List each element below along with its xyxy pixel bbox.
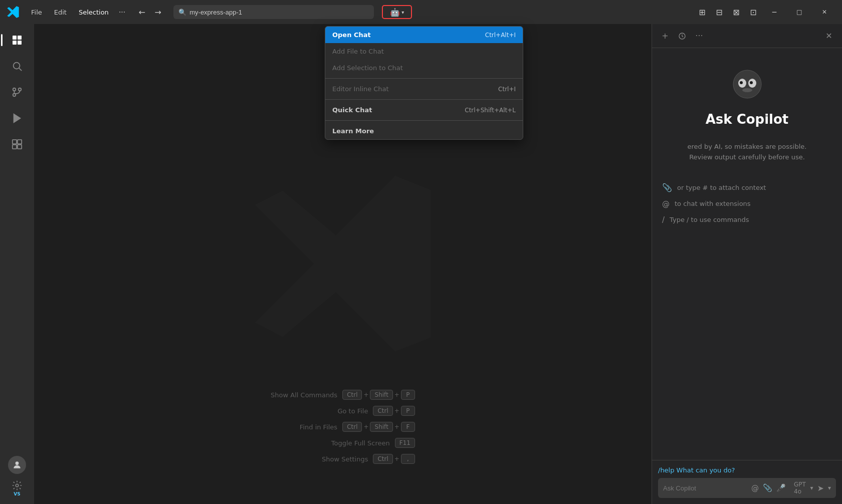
attach-input-icon[interactable]: 📎 [763,483,772,492]
sidebar-item-source-control[interactable] [5,80,29,104]
shortcut-show-settings: Show Settings Ctrl + , [322,454,415,464]
maximize-button[interactable]: □ [788,5,811,20]
copilot-dropdown-menu: Open Chat Ctrl+Alt+I Add File to Chat Ad… [325,26,523,140]
hint-at: @ to chat with extensions [662,199,832,208]
activity-bar: VS [0,24,34,504]
dropdown-open-chat[interactable]: Open Chat Ctrl+Alt+I [325,27,523,43]
copilot-more-button[interactable]: ··· [692,29,706,43]
minimize-button[interactable]: ─ [763,5,786,20]
settings-button[interactable]: VS [5,476,29,500]
key-shift: Shift [370,390,393,400]
search-input[interactable] [189,9,369,16]
shortcut-toggle-fullscreen: Toggle Full Screen F11 [331,438,415,448]
key-p: P [401,406,415,416]
dropdown-learn-more[interactable]: Learn More [325,123,523,139]
add-selection-label: Add Selection to Chat [332,64,403,72]
dropdown-editor-inline: Editor Inline Chat Ctrl+I [325,81,523,97]
key-f11: F11 [395,438,415,448]
menu-more[interactable]: ··· [116,6,128,18]
mic-input-icon[interactable]: 🎤 [776,483,786,492]
nav-back-button[interactable]: ← [134,5,149,20]
svg-rect-13 [18,145,22,149]
at-icon: @ [662,199,670,208]
svg-marker-9 [14,114,21,123]
svg-point-22 [742,88,752,92]
search-bar[interactable]: 🔍 [173,5,374,19]
titlebar: File Edit Selection ··· ← → 🔍 🤖 ▾ ⊞ ⊟ ⊠ … [0,0,842,24]
close-button[interactable]: ✕ [813,5,836,20]
menu-file[interactable]: File [26,7,47,18]
key-p: P [401,390,415,400]
copilot-button-wrapper: 🤖 ▾ [382,5,412,19]
at-input-icon[interactable]: @ [751,483,759,492]
svg-point-17 [733,70,761,98]
copilot-input[interactable] [663,484,747,492]
open-chat-shortcut: Ctrl+Alt+I [485,32,516,39]
account-button[interactable] [8,456,26,474]
toggle-secondary-sidebar[interactable]: ⊠ [729,5,744,20]
shortcut-keys: Ctrl + , [373,454,414,464]
key-ctrl: Ctrl [342,390,362,400]
nav-forward-button[interactable]: → [150,5,165,20]
svg-point-8 [19,88,22,91]
svg-rect-11 [18,140,22,144]
menu-edit[interactable]: Edit [49,7,72,18]
svg-rect-2 [13,41,17,45]
hint-at-text: to chat with extensions [675,200,751,207]
vs-badge: VS [14,491,20,496]
dropdown-add-selection: Add Selection to Chat [325,60,523,76]
shortcut-label: Go to File [337,407,368,415]
shortcut-go-to-file: Go to File Ctrl + P [337,406,415,416]
send-dropdown-button[interactable]: ▾ [828,484,831,491]
svg-point-20 [740,81,743,84]
sidebar-item-extensions[interactable] [5,132,29,156]
vscode-watermark [238,158,448,370]
quick-chat-shortcut: Ctrl+Shift+Alt+L [465,107,516,114]
search-icon: 🔍 [178,9,186,16]
copilot-title: Ask Copilot [706,112,789,127]
shortcuts-panel: Show All Commands Ctrl + Shift + P Go to… [271,390,415,464]
shortcut-show-all-commands: Show All Commands Ctrl + Shift + P [271,390,415,400]
editor-inline-shortcut: Ctrl+I [498,86,516,93]
copilot-footer: /help What can you do? @ 📎 🎤 GPT 4o ▾ ➤ … [652,460,842,504]
sidebar-item-search[interactable] [5,54,29,78]
svg-rect-10 [13,140,17,144]
svg-rect-12 [13,145,17,149]
copilot-add-button[interactable]: + [658,29,672,43]
copilot-body: Ask Copilot ered by AI, so mistakes are … [652,48,842,460]
hint-slash-text: Type / to use commands [670,216,749,223]
copilot-history-button[interactable] [675,29,689,43]
add-file-label: Add File to Chat [332,48,384,55]
gpt-model-selector[interactable]: GPT 4o ▾ [794,481,813,495]
dropdown-quick-chat[interactable]: Quick Chat Ctrl+Shift+Alt+L [325,102,523,118]
key-ctrl: Ctrl [342,422,362,432]
nav-buttons: ← → [134,5,165,20]
toggle-panel[interactable]: ⊟ [712,5,727,20]
svg-point-7 [13,88,16,91]
sidebar-item-run-debug[interactable] [5,106,29,130]
copilot-suggestion[interactable]: /help What can you do? [658,466,836,474]
copilot-close-button[interactable]: ✕ [822,29,836,43]
copilot-logo-icon [731,68,763,107]
quick-chat-label: Quick Chat [332,106,372,114]
copilot-input-icons: @ 📎 🎤 [751,483,786,492]
shortcut-find-in-files: Find in Files Ctrl + Shift + F [300,422,415,432]
copilot-button[interactable]: 🤖 ▾ [382,5,412,19]
toggle-primary-sidebar[interactable]: ⊞ [695,5,710,20]
copilot-hints: 📎 or type # to attach context @ to chat … [662,183,832,224]
gpt-model-label: GPT 4o [794,481,809,495]
key-shift: Shift [370,422,393,432]
editor-inline-label: Editor Inline Chat [332,85,389,93]
copilot-header: + ··· ✕ [652,24,842,48]
menu-selection[interactable]: Selection [74,7,114,18]
svg-rect-3 [18,41,22,45]
learn-more-label: Learn More [332,127,374,135]
titlebar-right: ⊞ ⊟ ⊠ ⊡ ─ □ ✕ [695,5,836,20]
customize-layout[interactable]: ⊡ [746,5,761,20]
copilot-panel: + ··· ✕ Ask Copilot [652,24,842,504]
send-button[interactable]: ➤ [817,483,824,493]
key-ctrl: Ctrl [373,454,392,464]
hint-attach-text: or type # to attach context [677,184,766,191]
sidebar-item-explorer[interactable] [5,28,29,52]
gpt-dropdown-icon: ▾ [810,484,813,491]
